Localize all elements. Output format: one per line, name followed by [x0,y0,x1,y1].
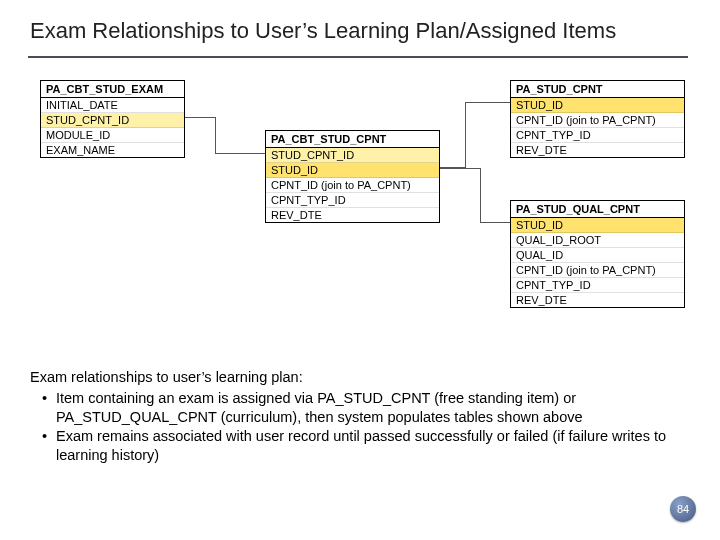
notes-lead: Exam relationships to user’s learning pl… [30,368,690,387]
entity-exam-row: INITIAL_DATE [41,98,184,113]
page-number-badge: 84 [670,496,696,522]
entity-cbtcpnt-row: CPNT_ID (join to PA_CPNT) [266,178,439,193]
entity-exam: PA_CBT_STUD_EXAM INITIAL_DATE STUD_CPNT_… [40,80,185,158]
connector [185,117,215,118]
entity-studcpnt-row: CPNT_TYP_ID [511,128,684,143]
entity-cbtcpnt-row: STUD_ID [266,163,439,178]
entity-cbt-stud-cpnt: PA_CBT_STUD_CPNT STUD_CPNT_ID STUD_ID CP… [265,130,440,223]
entity-exam-row: EXAM_NAME [41,143,184,157]
entity-cbtcpnt-row: CPNT_TYP_ID [266,193,439,208]
notes-bullet: Item containing an exam is assigned via … [30,389,690,427]
entity-exam-row: STUD_CPNT_ID [41,113,184,128]
entity-cbtcpnt-header: PA_CBT_STUD_CPNT [266,131,439,148]
entity-cbtcpnt-row: REV_DTE [266,208,439,222]
entity-studcpnt-row: CPNT_ID (join to PA_CPNT) [511,113,684,128]
entity-qualcpnt-row: QUAL_ID [511,248,684,263]
connector [215,153,265,154]
entity-studcpnt-row: REV_DTE [511,143,684,157]
entity-qualcpnt-row: STUD_ID [511,218,684,233]
notes-bullet: Exam remains associated with user record… [30,427,690,465]
entity-qualcpnt-header: PA_STUD_QUAL_CPNT [511,201,684,218]
connector [465,102,466,168]
entity-qualcpnt-row: CPNT_TYP_ID [511,278,684,293]
entity-exam-header: PA_CBT_STUD_EXAM [41,81,184,98]
notes: Exam relationships to user’s learning pl… [30,368,690,465]
entity-cbtcpnt-row: STUD_CPNT_ID [266,148,439,163]
slide: Exam Relationships to User’s Learning Pl… [0,0,720,540]
entity-qualcpnt-row: REV_DTE [511,293,684,307]
connector [215,117,216,154]
connector [480,222,510,223]
entity-exam-row: MODULE_ID [41,128,184,143]
entity-studcpnt-header: PA_STUD_CPNT [511,81,684,98]
connector [440,168,480,169]
entity-studcpnt-row: STUD_ID [511,98,684,113]
page-title: Exam Relationships to User’s Learning Pl… [30,18,616,44]
connector [465,102,510,103]
entity-stud-cpnt: PA_STUD_CPNT STUD_ID CPNT_ID (join to PA… [510,80,685,158]
connector [480,168,481,223]
title-rule [28,56,688,58]
entity-qualcpnt-row: CPNT_ID (join to PA_CPNT) [511,263,684,278]
entity-stud-qual-cpnt: PA_STUD_QUAL_CPNT STUD_ID QUAL_ID_ROOT Q… [510,200,685,308]
entity-qualcpnt-row: QUAL_ID_ROOT [511,233,684,248]
